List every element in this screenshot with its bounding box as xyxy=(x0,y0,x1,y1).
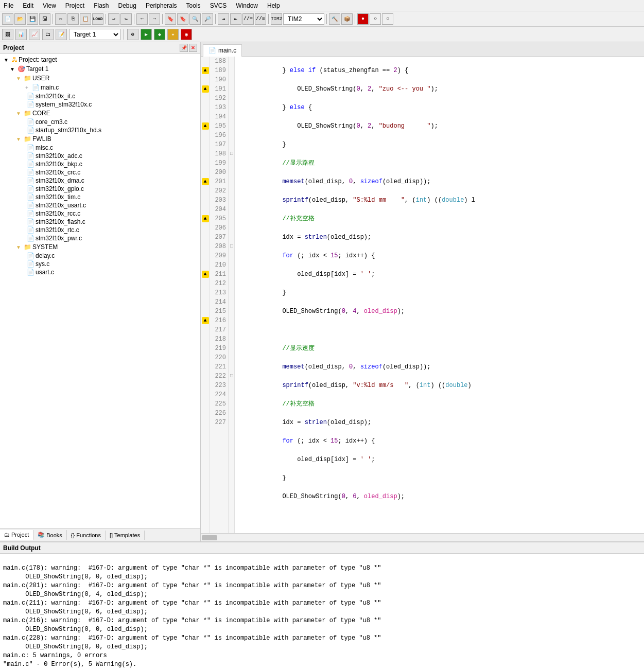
tree-file-bkp[interactable]: 📄stm32f10x_bkp.c xyxy=(0,160,200,168)
tree-file-misc[interactable]: 📄misc.c xyxy=(0,144,200,152)
tree-file-delay[interactable]: 📄delay.c xyxy=(0,252,200,260)
code-content[interactable]: ▲ ▲ ▲ ▲ ▲ xyxy=(201,57,644,533)
menu-view[interactable]: View xyxy=(41,2,58,10)
tree-file-rtc[interactable]: 📄stm32f10x_rtc.c xyxy=(0,226,200,234)
save-button[interactable]: 💾 xyxy=(27,13,38,25)
tree-file-dma[interactable]: 📄stm32f10x_dma.c xyxy=(0,177,200,185)
menu-window[interactable]: Window xyxy=(234,2,259,10)
warn-205[interactable]: ▲ xyxy=(201,214,210,223)
tree-group-user[interactable]: ▼ 📁 USER xyxy=(0,74,200,83)
menu-svcs[interactable]: SVCS xyxy=(208,2,229,10)
warn-189[interactable]: ▲ xyxy=(201,66,210,75)
project-pin-button[interactable]: 📌 xyxy=(180,44,188,52)
stop-btn[interactable]: ○ xyxy=(382,13,393,25)
tb2-green2[interactable]: ◆ xyxy=(154,29,165,40)
tree-file-usart[interactable]: 📄stm32f10x_usart.c xyxy=(0,201,200,209)
outdent-button[interactable]: ⇤ xyxy=(230,13,241,25)
code-lines[interactable]: } else if (status_zhengfan == 2) { OLED_… xyxy=(235,57,644,533)
menu-peripherals[interactable]: Peripherals xyxy=(144,2,179,10)
tree-file-pwr[interactable]: 📄stm32f10x_pwr.c xyxy=(0,234,200,242)
menu-tools[interactable]: Tools xyxy=(185,2,202,10)
redo-button[interactable]: ↪ xyxy=(120,13,132,25)
tree-group-system[interactable]: ▼ 📁 SYSTEM xyxy=(0,242,200,252)
horizontal-scrollbar[interactable] xyxy=(201,533,644,541)
menu-edit[interactable]: Edit xyxy=(21,2,35,10)
indent-button[interactable]: ⇥ xyxy=(218,13,229,25)
find-button[interactable]: 🔍 xyxy=(189,13,201,25)
run-btn[interactable]: ○ xyxy=(370,13,381,25)
tab-project[interactable]: 🗂 Project xyxy=(0,530,33,540)
menu-flash[interactable]: Flash xyxy=(92,2,110,10)
tree-file-system[interactable]: 📄 system_stm32f10x.c xyxy=(0,100,200,109)
save-all-button[interactable]: 🖫 xyxy=(39,13,50,25)
warn-216[interactable]: ▲ xyxy=(201,316,210,325)
bookmark2-button[interactable]: 🔖 xyxy=(177,13,188,25)
tree-file-tim[interactable]: 📄stm32f10x_tim.c xyxy=(0,193,200,201)
warn-191[interactable]: ▲ xyxy=(201,84,210,94)
tree-file-startup[interactable]: 📄 startup_stm32f10x_hd.s xyxy=(0,126,200,134)
tab-templates[interactable]: [] Templates xyxy=(106,531,145,540)
search-btn[interactable]: ● xyxy=(357,13,369,25)
exp-198[interactable]: □ xyxy=(229,149,235,158)
new-file-button[interactable]: 📄 xyxy=(2,13,13,25)
warn-211[interactable]: ▲ xyxy=(201,270,210,279)
tree-file-main[interactable]: + 📄 main.c xyxy=(0,83,200,92)
tree-group-fwlib[interactable]: ▼ 📁 FWLIB xyxy=(0,134,200,144)
bookmark-button[interactable]: 🔖 xyxy=(165,13,176,25)
scrollbar-thumb[interactable] xyxy=(202,535,217,540)
tree-file-core-cm3[interactable]: 📄 core_cm3.c xyxy=(0,118,200,126)
warn-195[interactable]: ▲ xyxy=(201,121,210,131)
tree-file-adc[interactable]: 📄stm32f10x_adc.c xyxy=(0,152,200,160)
nav-fwd-button[interactable]: → xyxy=(149,13,160,25)
menu-help[interactable]: Help xyxy=(266,2,282,10)
format-button[interactable]: //= xyxy=(242,13,254,25)
ln-192: 192 xyxy=(212,94,226,103)
tab-books[interactable]: 📚 Books xyxy=(33,530,67,540)
target-dropdown[interactable]: TIM2 xyxy=(283,13,324,25)
editor-tab-main[interactable]: 📄 main.c xyxy=(203,44,242,57)
build-btn[interactable]: 🔨 xyxy=(329,13,340,25)
paste-button[interactable]: 📋 xyxy=(80,13,91,25)
tb2-btn5[interactable]: 📝 xyxy=(56,29,67,40)
exp-208[interactable]: □ xyxy=(229,242,235,251)
tree-file-crc[interactable]: 📄stm32f10x_crc.c xyxy=(0,168,200,177)
tb2-green1[interactable]: ▶ xyxy=(141,29,152,40)
tree-file-rcc[interactable]: 📄stm32f10x_rcc.c xyxy=(0,209,200,218)
tb2-btn2[interactable]: 📊 xyxy=(15,29,27,40)
tb2-yellow[interactable]: ✦ xyxy=(167,29,179,40)
menu-file[interactable]: File xyxy=(2,2,15,10)
load-button[interactable]: LOAD xyxy=(92,13,103,25)
warn-201[interactable]: ▲ xyxy=(201,177,210,186)
target-select[interactable]: Target 1 xyxy=(69,29,120,40)
tab-functions[interactable]: {} Functions xyxy=(67,531,106,540)
tree-file-flash[interactable]: 📄stm32f10x_flash.c xyxy=(0,218,200,226)
tree-file-gpio[interactable]: 📄stm32f10x_gpio.c xyxy=(0,185,200,193)
tree-target[interactable]: ▼ 🎯 Target 1 xyxy=(0,64,200,74)
tb2-settings[interactable]: ⚙ xyxy=(127,29,138,40)
compile-btn[interactable]: 📦 xyxy=(341,13,353,25)
tree-group-core[interactable]: ▼ 📁 CORE xyxy=(0,109,200,118)
tim-button[interactable]: TIM2 xyxy=(271,13,282,25)
find2-button[interactable]: 🔎 xyxy=(202,13,213,25)
tb2-red[interactable]: ◉ xyxy=(181,29,192,40)
tree-file-usart2[interactable]: 📄usart.c xyxy=(0,268,200,276)
project-close-button[interactable]: ✕ xyxy=(189,44,197,52)
cut-button[interactable]: ✂ xyxy=(55,13,66,25)
warn-193 xyxy=(201,103,210,112)
menu-debug[interactable]: Debug xyxy=(117,2,138,10)
tb2-btn1[interactable]: 🖼 xyxy=(2,29,13,40)
copy-button[interactable]: ⎘ xyxy=(67,13,79,25)
nav-back-button[interactable]: ← xyxy=(136,13,148,25)
tree-root[interactable]: ▼ 🖧 Project: target xyxy=(0,55,200,64)
tree-file-sys[interactable]: 📄sys.c xyxy=(0,260,200,268)
undo-button[interactable]: ↩ xyxy=(108,13,119,25)
format2-button[interactable]: //≡ xyxy=(255,13,266,25)
exp-222[interactable]: □ xyxy=(229,372,235,381)
tree-file-it[interactable]: 📄 stm32f10x_it.c xyxy=(0,92,200,100)
build-output-content[interactable]: main.c(178): warning: #167-D: argument o… xyxy=(0,554,644,670)
open-file-button[interactable]: 📂 xyxy=(14,13,26,25)
tb2-btn4[interactable]: 🗂 xyxy=(42,29,54,40)
ln-194: 194 xyxy=(212,112,226,121)
tb2-btn3[interactable]: 📈 xyxy=(29,29,40,40)
menu-project[interactable]: Project xyxy=(64,2,86,10)
